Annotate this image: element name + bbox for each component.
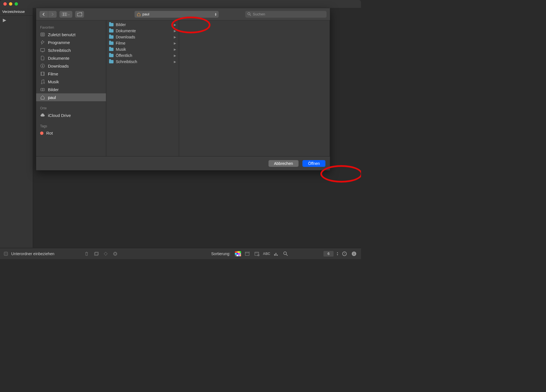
sidebar-item-label: Programme — [48, 40, 70, 45]
svg-rect-0 — [62, 13, 63, 16]
chevron-right-icon: ▶ — [174, 60, 176, 64]
folder-icon — [109, 41, 114, 45]
open-button[interactable]: Öffnen — [302, 160, 325, 167]
sort-date-taken-button[interactable]: ↑ — [244, 251, 251, 257]
dialog-body: Favoriten Zuletzt benutzt Programme Schr… — [36, 20, 330, 156]
directories-panel: Verzeichnisse ▶ — [0, 8, 33, 248]
disclosure-triangle-icon[interactable]: ▶ — [3, 18, 6, 22]
column-2[interactable] — [179, 20, 330, 156]
sort-color-button[interactable] — [235, 251, 241, 257]
include-subfolders-label: Unterordner einbeziehen — [11, 252, 54, 256]
clock-icon — [40, 32, 45, 37]
sort-label: Sortierung: — [211, 252, 230, 256]
stepper-down-icon: ▾ — [337, 254, 338, 256]
open-button-label: Öffnen — [308, 161, 320, 166]
trash-icon[interactable] — [84, 251, 90, 257]
sort-date-import-button[interactable] — [254, 251, 260, 257]
folder-icon — [109, 35, 114, 39]
file-name: Downloads — [116, 35, 135, 39]
sidebar-item-label: Downloads — [48, 64, 69, 68]
chevron-right-icon: ▶ — [174, 41, 176, 45]
column-1[interactable]: Bilder▶ Dokumente▶ Downloads▶ Filme▶ Mus… — [106, 20, 179, 156]
chevron-right-icon: ▶ — [174, 35, 176, 39]
thumbnail-columns-stepper[interactable]: ▴▾ — [337, 252, 338, 256]
dialog-sidebar: Favoriten Zuletzt benutzt Programme Schr… — [36, 20, 106, 156]
sort-rating-button[interactable] — [273, 251, 279, 257]
abc-label: ABC — [263, 252, 270, 256]
minimize-window-button[interactable] — [9, 2, 12, 6]
file-row[interactable]: Schreibtisch▶ — [106, 59, 179, 65]
file-name: Öffentlich — [116, 53, 132, 58]
sidebar-item-movies[interactable]: Filme — [36, 70, 106, 78]
sidebar-item-home[interactable]: paul — [36, 93, 106, 101]
sidebar-item-icloud[interactable]: iCloud Drive — [36, 111, 106, 119]
file-row[interactable]: Bilder▶ — [106, 22, 179, 28]
sidebar-item-label: Schreibtisch — [48, 48, 71, 53]
cancel-button[interactable]: Abbrechen — [269, 160, 299, 167]
file-name: Musik — [116, 47, 126, 52]
sort-alpha-button[interactable]: ABC — [263, 251, 270, 257]
sidebar-item-music[interactable]: Musik — [36, 78, 106, 86]
sidebar-item-label: iCloud Drive — [48, 113, 71, 118]
svg-rect-16 — [41, 88, 45, 91]
svg-point-17 — [42, 89, 43, 90]
svg-rect-24 — [255, 252, 259, 255]
sidebar-item-desktop[interactable]: Schreibtisch — [36, 46, 106, 54]
tag-color-icon — [40, 132, 43, 135]
sidebar-item-recents[interactable]: Zuletzt benutzt — [36, 31, 106, 38]
home-icon — [40, 95, 45, 100]
stack-icon[interactable] — [93, 251, 99, 257]
svg-rect-28 — [276, 253, 276, 256]
document-icon — [40, 56, 45, 61]
cloud-icon — [40, 113, 45, 118]
history-button[interactable] — [341, 251, 348, 257]
favorites-label: Favoriten — [36, 24, 106, 31]
sidebar-item-tag-red[interactable]: Rot — [36, 129, 106, 137]
cancel-button-label: Abbrechen — [274, 161, 293, 166]
info-button[interactable]: i — [351, 251, 357, 257]
file-row[interactable]: Downloads▶ — [106, 34, 179, 40]
svg-point-4 — [248, 13, 250, 15]
folder-icon — [109, 48, 114, 51]
folder-icon — [109, 29, 114, 33]
sidebar-item-label: Musik — [48, 79, 59, 84]
chevron-right-icon — [51, 13, 54, 16]
nav-forward-button[interactable] — [48, 11, 57, 18]
nav-back-button[interactable] — [40, 11, 48, 18]
tag-icon[interactable] — [103, 251, 109, 257]
updown-caret-icon: ▴▾ — [215, 13, 216, 16]
thumbnail-columns-field[interactable]: 6 — [323, 251, 334, 257]
search-field[interactable]: Suchen — [245, 11, 327, 18]
include-subfolders-checkbox[interactable] — [4, 252, 8, 256]
view-mode-button[interactable]: ⌄ — [59, 11, 72, 18]
file-row[interactable]: Filme▶ — [106, 40, 179, 46]
file-row[interactable]: Musik▶ — [106, 46, 179, 52]
bottom-toolbar: Unterordner einbeziehen Sortierung: ↑ AB… — [0, 248, 361, 259]
open-file-dialog: ⌄ + paul ▴▾ Suchen — [36, 8, 330, 170]
file-row[interactable]: Öffentlich▶ — [106, 52, 179, 59]
directories-panel-body: ▶ — [0, 16, 33, 24]
clear-icon[interactable] — [112, 251, 118, 257]
file-row[interactable]: Dokumente▶ — [106, 28, 179, 34]
app-window: Verzeichnisse ▶ — [0, 0, 361, 259]
svg-line-5 — [250, 15, 251, 16]
chevron-right-icon: ▶ — [174, 54, 176, 57]
camera-icon — [40, 87, 45, 92]
file-name: Schreibtisch — [116, 59, 137, 64]
close-window-button[interactable] — [3, 2, 7, 6]
svg-text:+: + — [81, 12, 82, 14]
svg-point-30 — [284, 252, 286, 255]
sidebar-item-documents[interactable]: Dokumente — [36, 54, 106, 62]
zoom-window-button[interactable] — [15, 2, 18, 6]
sidebar-item-applications[interactable]: Programme — [36, 38, 106, 46]
svg-rect-29 — [277, 255, 278, 256]
directories-panel-header: Verzeichnisse — [0, 8, 33, 16]
sidebar-item-pictures[interactable]: Bilder — [36, 86, 106, 93]
svg-rect-10 — [41, 49, 45, 51]
download-icon — [40, 63, 45, 68]
sidebar-item-downloads[interactable]: Downloads — [36, 62, 106, 70]
new-folder-button[interactable]: + — [75, 11, 84, 18]
path-dropdown[interactable]: paul ▴▾ — [135, 11, 219, 18]
sort-search-button[interactable] — [283, 251, 289, 257]
chevron-down-icon: ⌄ — [68, 13, 70, 16]
